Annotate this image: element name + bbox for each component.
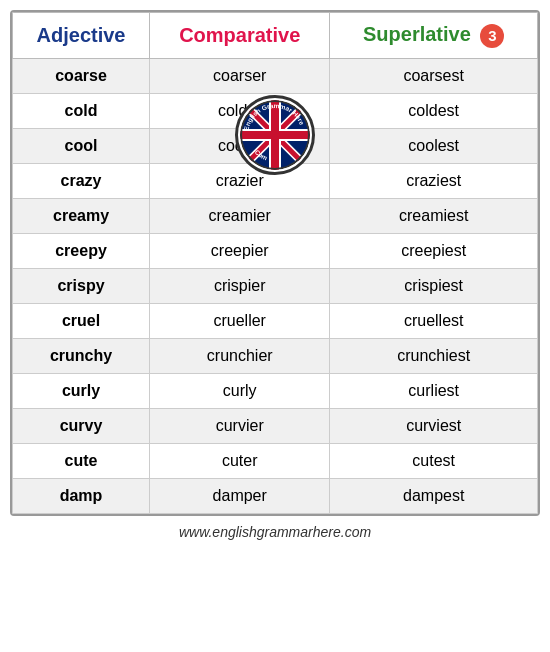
comparative-cell: curvier xyxy=(150,408,330,443)
superlative-cell: creamiest xyxy=(330,198,538,233)
logo-watermark: English Grammar Here .Com xyxy=(235,95,315,175)
superlative-cell: coolest xyxy=(330,128,538,163)
table-row: crispycrispiercrispiest xyxy=(13,268,538,303)
adjective-cell: cool xyxy=(13,128,150,163)
adjective-cell: cruel xyxy=(13,303,150,338)
superlative-cell: curliest xyxy=(330,373,538,408)
superlative-cell: curviest xyxy=(330,408,538,443)
adjective-cell: curly xyxy=(13,373,150,408)
superlative-header: Superlative 3 xyxy=(330,13,538,59)
comparative-cell: curly xyxy=(150,373,330,408)
svg-rect-9 xyxy=(240,131,310,139)
table-row: cutecutercutest xyxy=(13,443,538,478)
adjective-cell: damp xyxy=(13,478,150,513)
superlative-cell: crunchiest xyxy=(330,338,538,373)
footer-url: www.englishgrammarhere.com xyxy=(179,524,371,540)
comparative-cell: cuter xyxy=(150,443,330,478)
adjective-cell: curvy xyxy=(13,408,150,443)
adjective-cell: cold xyxy=(13,93,150,128)
table-row: crunchycrunchiercrunchiest xyxy=(13,338,538,373)
adjective-cell: crunchy xyxy=(13,338,150,373)
superlative-cell: coldest xyxy=(330,93,538,128)
superlative-cell: crispiest xyxy=(330,268,538,303)
table-row: cruelcruellercruellest xyxy=(13,303,538,338)
adjective-cell: crispy xyxy=(13,268,150,303)
main-table-wrapper: Adjective Comparative Superlative 3 coar… xyxy=(10,10,540,516)
table-row: dampdamperdampest xyxy=(13,478,538,513)
comparative-cell: crazier xyxy=(150,163,330,198)
badge: 3 xyxy=(480,24,504,48)
table-container: Adjective Comparative Superlative 3 coar… xyxy=(10,10,540,516)
table-row: creamycreamiercreamiest xyxy=(13,198,538,233)
adjective-header: Adjective xyxy=(13,13,150,59)
adjective-cell: cute xyxy=(13,443,150,478)
superlative-cell: craziest xyxy=(330,163,538,198)
adjective-cell: coarse xyxy=(13,58,150,93)
table-row: coarsecoarsercoarsest xyxy=(13,58,538,93)
comparative-cell: creepier xyxy=(150,233,330,268)
adjective-cell: creamy xyxy=(13,198,150,233)
superlative-cell: cruellest xyxy=(330,303,538,338)
comparative-cell: creamier xyxy=(150,198,330,233)
comparative-cell: crispier xyxy=(150,268,330,303)
table-row: curlycurlycurliest xyxy=(13,373,538,408)
superlative-header-text: Superlative xyxy=(363,23,471,45)
comparative-cell: coarser xyxy=(150,58,330,93)
table-row: creepycreepiercreepiest xyxy=(13,233,538,268)
superlative-cell: coarsest xyxy=(330,58,538,93)
superlative-cell: cutest xyxy=(330,443,538,478)
adjective-cell: crazy xyxy=(13,163,150,198)
comparative-cell: crunchier xyxy=(150,338,330,373)
adjectives-table: Adjective Comparative Superlative 3 coar… xyxy=(12,12,538,514)
superlative-cell: dampest xyxy=(330,478,538,513)
comparative-header: Comparative xyxy=(150,13,330,59)
comparative-cell: crueller xyxy=(150,303,330,338)
comparative-cell: damper xyxy=(150,478,330,513)
adjective-cell: creepy xyxy=(13,233,150,268)
superlative-cell: creepiest xyxy=(330,233,538,268)
table-row: curvycurviercurviest xyxy=(13,408,538,443)
